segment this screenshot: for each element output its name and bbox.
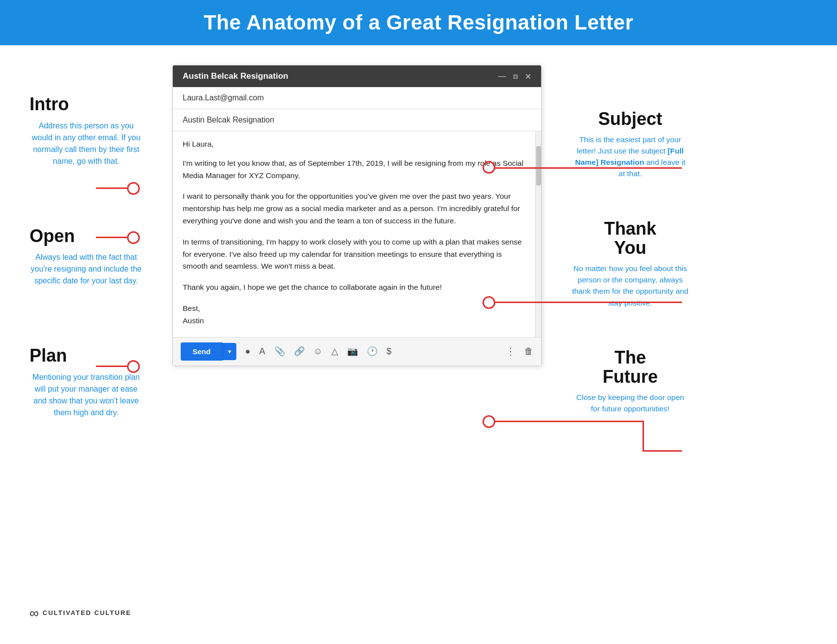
thankyou-line: [495, 302, 682, 303]
subject-desc: This is the easiest part of your letter!…: [571, 134, 689, 180]
content-layout: Intro Address this person as you would i…: [0, 45, 837, 621]
open-line: [96, 237, 127, 238]
page-header: The Anatomy of a Great Resignation Lette…: [0, 0, 837, 45]
subject-highlight: [Full Name] Resignation: [575, 147, 684, 166]
plan-desc: Mentioning your transition plan will put…: [30, 371, 143, 419]
emoji-icon[interactable]: ☺: [314, 346, 322, 357]
thankyou-label: ThankYou: [571, 219, 689, 258]
email-para-4: Thank you again, I hope we get the chanc…: [183, 281, 525, 294]
page-title: The Anatomy of a Great Resignation Lette…: [20, 11, 817, 34]
intro-circle: [127, 182, 140, 195]
right-sidebar: Subject This is the easiest part of your…: [571, 75, 689, 429]
email-para-2: I want to personally thank you for the o…: [183, 190, 525, 227]
right-subject-section: Subject This is the easiest part of your…: [571, 109, 689, 180]
logo-icon: ∞: [30, 606, 39, 621]
money-icon[interactable]: $: [386, 346, 391, 357]
email-to-field: Laura.Last@gmail.com: [173, 87, 541, 109]
more-options-icon[interactable]: ⋮: [506, 345, 515, 357]
link-icon[interactable]: 🔗: [294, 346, 305, 357]
clock-icon[interactable]: 🕐: [367, 346, 378, 357]
right-future-section: TheFuture Close by keeping the door open…: [571, 348, 689, 415]
future-line-h2: [643, 450, 682, 452]
left-intro-section: Intro Address this person as you would i…: [30, 94, 143, 167]
future-desc: Close by keeping the door open for futur…: [571, 392, 689, 415]
window-controls: — ⧈ ✕: [498, 72, 531, 81]
email-salutation: Hi Laura,: [183, 138, 525, 151]
plan-circle: [127, 360, 140, 373]
send-dropdown-button[interactable]: ▾: [223, 343, 236, 360]
future-circle: [483, 415, 495, 428]
intro-label: Intro: [30, 94, 143, 114]
send-button[interactable]: Send: [181, 342, 223, 361]
email-subject-field: Austin Belcak Resignation: [173, 109, 541, 131]
email-body-content: Hi Laura, I'm writing to let you know th…: [173, 131, 535, 337]
email-toolbar: Send ▾ ● A 📎 🔗 ☺ △ 📷 🕐 $ ⋮ 🗑: [173, 337, 541, 366]
subject-circle: [483, 161, 495, 174]
main-content: Intro Address this person as you would i…: [0, 45, 837, 636]
delete-icon[interactable]: 🗑: [524, 346, 533, 357]
left-sidebar: Intro Address this person as you would i…: [30, 65, 143, 438]
photo-icon[interactable]: 📷: [347, 346, 358, 357]
email-closing: Best, Austin: [183, 303, 525, 327]
email-title-bar: Austin Belcak Resignation — ⧈ ✕: [173, 65, 541, 87]
minimize-icon[interactable]: —: [498, 72, 506, 81]
left-open-section: Open Always lead with the fact that you'…: [30, 226, 143, 287]
email-to-value: Laura.Last@gmail.com: [183, 93, 264, 102]
future-line-h: [495, 421, 643, 422]
left-plan-section: Plan Mentioning your transition plan wil…: [30, 346, 143, 419]
intro-desc: Address this person as you would in any …: [30, 120, 143, 167]
format-icon[interactable]: ●: [245, 346, 251, 357]
open-label: Open: [30, 226, 143, 246]
scrollbar-thumb[interactable]: [536, 146, 541, 185]
page-wrapper: The Anatomy of a Great Resignation Lette…: [0, 0, 837, 636]
open-circle: [127, 231, 140, 244]
drive-icon[interactable]: △: [331, 346, 338, 357]
email-scrollbar[interactable]: [535, 131, 541, 337]
send-btn-group: Send ▾: [181, 342, 236, 361]
plan-line: [96, 366, 127, 367]
email-title: Austin Belcak Resignation: [183, 71, 288, 81]
email-subject-value: Austin Belcak Resignation: [183, 116, 274, 124]
future-label: TheFuture: [571, 348, 689, 387]
text-format-icon[interactable]: A: [259, 346, 265, 357]
plan-label: Plan: [30, 346, 143, 366]
email-para-1: I'm writing to let you know that, as of …: [183, 157, 525, 182]
right-thankyou-section: ThankYou No matter how you feel about th…: [571, 219, 689, 308]
logo-text: CULTIVATED CULTURE: [43, 609, 131, 617]
open-desc: Always lead with the fact that you're re…: [30, 251, 143, 287]
attach-icon[interactable]: 📎: [274, 346, 285, 357]
email-body: Hi Laura, I'm writing to let you know th…: [173, 131, 535, 337]
maximize-icon[interactable]: ⧈: [513, 72, 518, 81]
email-window: Austin Belcak Resignation — ⧈ ✕ Laura.La…: [172, 65, 542, 366]
subject-right-line: [495, 167, 682, 169]
intro-line: [96, 187, 127, 189]
subject-label: Subject: [571, 109, 689, 129]
email-para-3: In terms of transitioning, I'm happy to …: [183, 236, 525, 273]
thankyou-circle: [483, 296, 495, 309]
close-icon[interactable]: ✕: [525, 72, 531, 81]
future-line-v: [643, 421, 644, 450]
logo-area: ∞ CULTIVATED CULTURE: [30, 606, 131, 621]
